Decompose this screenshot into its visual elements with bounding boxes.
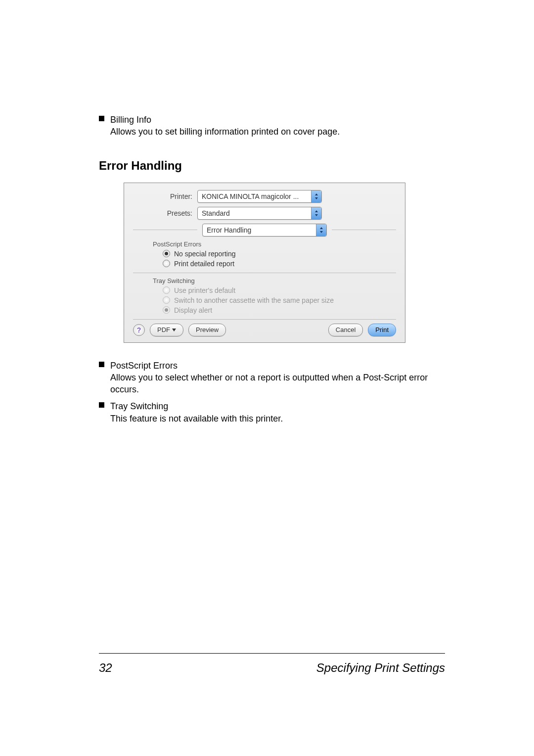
presets-select[interactable]: Standard	[197, 207, 322, 220]
bullet-title: Billing Info	[110, 114, 340, 126]
pdf-button-label: PDF	[157, 326, 170, 333]
radio-icon	[163, 250, 170, 257]
radio-icon	[163, 306, 170, 314]
presets-row: Presets: Standard	[133, 207, 396, 220]
divider-line	[133, 273, 396, 273]
bullet-desc: Allows you to set billing information pr…	[110, 126, 340, 138]
bullet-text: PostScript Errors Allows you to select w…	[110, 360, 445, 396]
section-heading: Error Handling	[99, 159, 445, 173]
radio-label: Use printer's default	[174, 286, 235, 294]
square-bullet-icon	[99, 116, 104, 121]
presets-label: Presets:	[133, 209, 197, 217]
print-dialog: Printer: KONICA MINOLTA magicolor ... Pr…	[124, 183, 405, 343]
radio-print-detailed-report[interactable]: Print detailed report	[163, 260, 396, 268]
radio-switch-cassette[interactable]: Switch to another cassette with the same…	[163, 296, 396, 304]
postscript-errors-label: PostScript Errors	[153, 240, 396, 248]
printer-row: Printer: KONICA MINOLTA magicolor ...	[133, 190, 396, 203]
post-list: PostScript Errors Allows you to select w…	[99, 360, 445, 425]
presets-select-text: Standard	[198, 209, 311, 217]
pdf-button[interactable]: PDF	[150, 324, 183, 336]
bullet-title: Tray Switching	[110, 400, 283, 412]
radio-no-special-reporting[interactable]: No special reporting	[163, 250, 396, 258]
print-button[interactable]: Print	[368, 324, 396, 336]
updown-icon	[311, 207, 321, 219]
printer-label: Printer:	[133, 192, 197, 200]
updown-icon	[311, 190, 321, 202]
bullet-text: Tray Switching This feature is not avail…	[110, 400, 283, 425]
page-number: 32	[99, 661, 112, 675]
help-icon: ?	[137, 326, 141, 334]
radio-icon	[163, 296, 170, 304]
radio-label: Display alert	[174, 306, 212, 314]
updown-icon	[316, 224, 326, 236]
radio-label: Print detailed report	[174, 260, 234, 268]
divider-line	[332, 230, 396, 230]
square-bullet-icon	[99, 362, 104, 367]
content: Billing Info Allows you to set billing i…	[99, 114, 445, 427]
help-button[interactable]: ?	[133, 324, 145, 336]
radio-label: Switch to another cassette with the same…	[174, 296, 334, 304]
bullet-item: Billing Info Allows you to set billing i…	[99, 114, 445, 138]
footer-title: Specifying Print Settings	[316, 661, 445, 675]
square-bullet-icon	[99, 402, 104, 408]
preview-button-label: Preview	[196, 326, 219, 333]
pane-row: Error Handling	[133, 224, 396, 236]
radio-icon	[163, 260, 170, 267]
page: Billing Info Allows you to set billing i…	[0, 0, 534, 756]
radio-icon	[163, 286, 170, 294]
cancel-button[interactable]: Cancel	[328, 324, 363, 336]
preview-button[interactable]: Preview	[188, 324, 226, 336]
printer-select[interactable]: KONICA MINOLTA magicolor ...	[197, 190, 322, 203]
bullet-item: PostScript Errors Allows you to select w…	[99, 360, 445, 396]
cancel-button-label: Cancel	[336, 326, 356, 333]
print-button-label: Print	[375, 326, 389, 333]
pane-select-text: Error Handling	[203, 226, 316, 234]
bullet-desc: This feature is not available with this …	[110, 413, 283, 425]
bullet-item: Tray Switching This feature is not avail…	[99, 400, 445, 425]
tray-switching-label: Tray Switching	[153, 277, 396, 284]
radio-use-printer-default[interactable]: Use printer's default	[163, 286, 396, 294]
dialog-footer: ? PDF Preview Cancel Print	[133, 324, 396, 336]
pane-select[interactable]: Error Handling	[202, 224, 327, 236]
radio-label: No special reporting	[174, 250, 236, 258]
printer-select-text: KONICA MINOLTA magicolor ...	[198, 192, 311, 200]
bullet-text: Billing Info Allows you to set billing i…	[110, 114, 340, 138]
footer-rule	[99, 653, 445, 654]
radio-display-alert[interactable]: Display alert	[163, 306, 396, 314]
chevron-down-icon	[172, 329, 176, 331]
divider-line	[133, 230, 197, 230]
divider-line	[133, 319, 396, 320]
bullet-title: PostScript Errors	[110, 360, 445, 372]
bullet-desc: Allows you to select whether or not a re…	[110, 372, 445, 396]
